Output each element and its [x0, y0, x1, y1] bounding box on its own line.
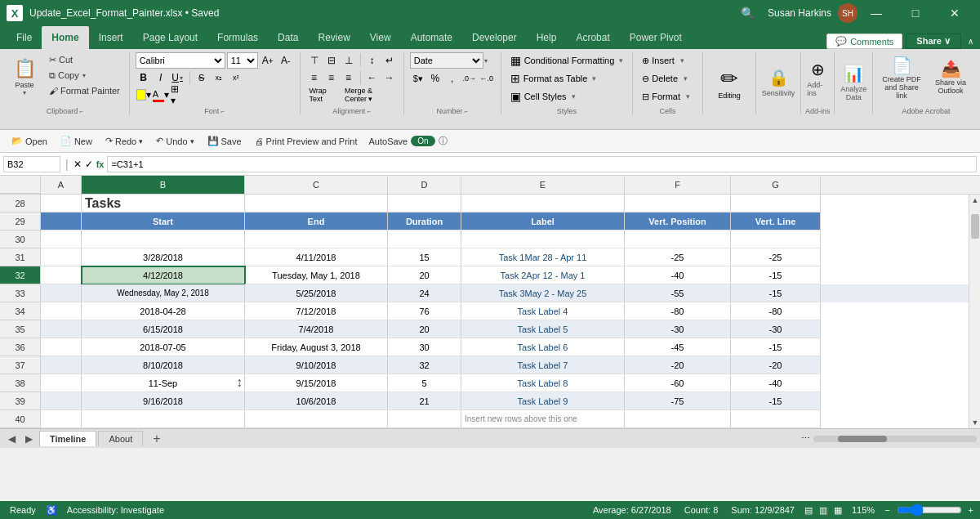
cell-b40[interactable] — [82, 410, 245, 428]
cell-a38[interactable] — [41, 374, 82, 392]
decrease-indent-button[interactable]: ← — [364, 69, 381, 86]
cell-b34[interactable]: 2018-04-28 — [82, 302, 245, 320]
cell-a31[interactable] — [41, 248, 82, 266]
cell-e34[interactable]: Task Label 4 — [461, 302, 625, 320]
cell-a36[interactable] — [41, 338, 82, 356]
col-header-f[interactable]: F — [625, 176, 731, 194]
cell-c38[interactable]: 9/15/2018 — [245, 374, 388, 392]
cell-c35[interactable]: 7/4/2018 — [245, 320, 388, 338]
bold-button[interactable]: B — [136, 69, 152, 86]
cancel-formula-icon[interactable]: ✕ — [74, 159, 82, 170]
align-right-button[interactable]: ≡ — [341, 69, 357, 86]
cell-a32[interactable] — [41, 266, 82, 284]
paste-button[interactable]: 📋 Paste ▾ — [7, 52, 42, 101]
align-middle-button[interactable]: ⊟ — [323, 52, 340, 69]
cell-d30[interactable] — [388, 230, 461, 248]
styles-group-footer[interactable]: Styles — [504, 106, 630, 116]
align-top-button[interactable]: ⊤ — [306, 52, 323, 69]
cell-c33[interactable]: 5/25/2018 — [245, 284, 388, 302]
font-color-button[interactable]: A▾ — [153, 87, 169, 103]
cell-b38[interactable]: 11-Sep ↕ — [82, 374, 245, 392]
cell-a39[interactable] — [41, 392, 82, 410]
cell-d31[interactable]: 15 — [388, 248, 461, 266]
delete-cells-button[interactable]: ⊖ Delete ▾ — [639, 70, 694, 87]
cell-b35[interactable]: 6/15/2018 — [82, 320, 245, 338]
format-painter-button[interactable]: 🖌 Format Painter — [46, 83, 123, 98]
zoom-in-icon[interactable]: + — [969, 505, 973, 515]
new-button[interactable]: 📄 New — [56, 134, 97, 148]
cell-g30[interactable] — [731, 230, 821, 248]
cell-d34[interactable]: 76 — [388, 302, 461, 320]
number-format-arrow[interactable]: ▾ — [483, 57, 488, 65]
indent-button[interactable]: ↵ — [381, 52, 398, 69]
cell-c37[interactable]: 9/10/2018 — [245, 356, 388, 374]
cell-e36[interactable]: Task Label 6 — [461, 338, 625, 356]
decrease-decimal-button[interactable]: ←.0 — [479, 70, 495, 87]
share-button[interactable]: Share ∨ — [906, 34, 961, 49]
italic-button[interactable]: I — [153, 69, 169, 86]
ribbon-collapse-button[interactable]: ∧ — [968, 37, 973, 46]
cell-b30[interactable] — [82, 230, 245, 248]
user-avatar[interactable]: SH — [838, 3, 858, 23]
cell-c30[interactable] — [245, 230, 388, 248]
tab-formulas[interactable]: Formulas — [207, 26, 268, 49]
cell-c28[interactable] — [245, 195, 388, 213]
col-header-e[interactable]: E — [461, 176, 625, 194]
cell-b39[interactable]: 9/16/2018 — [82, 392, 245, 410]
cell-f34[interactable]: -80 — [625, 302, 731, 320]
cell-c34[interactable]: 7/12/2018 — [245, 302, 388, 320]
cell-b32[interactable]: 4/12/2018 — [82, 266, 245, 284]
cell-f35[interactable]: -30 — [625, 320, 731, 338]
cell-e32[interactable]: Task 2Apr 12 - May 1 — [461, 266, 625, 284]
create-pdf-share-link-button[interactable]: 📄 Create PDFand Share link — [879, 52, 924, 103]
cell-a33[interactable] — [41, 284, 82, 302]
cell-e37[interactable]: Task Label 7 — [461, 356, 625, 374]
scroll-menu-icon[interactable]: ⋯ — [801, 433, 810, 444]
row-header-35[interactable]: 35 — [0, 320, 41, 338]
sheet-tab-about[interactable]: About — [98, 431, 143, 446]
vertical-scrollbar[interactable]: ▲ ▼ — [969, 195, 980, 428]
increase-indent-button[interactable]: → — [381, 69, 398, 86]
zoom-slider[interactable] — [897, 503, 962, 517]
copy-button[interactable]: ⧉ Copy ▾ — [46, 68, 123, 83]
cell-e35[interactable]: Task Label 5 — [461, 320, 625, 338]
alignment-group-footer[interactable]: Alignment ⌐ — [303, 106, 401, 116]
cell-g28[interactable] — [731, 195, 821, 213]
cell-e38[interactable]: Task Label 8 — [461, 374, 625, 392]
row-header-38[interactable]: 38 — [0, 374, 41, 392]
cells-group-footer[interactable]: Cells — [635, 106, 700, 116]
open-button[interactable]: 📂 Open — [7, 134, 52, 148]
align-bottom-button[interactable]: ⊥ — [341, 52, 357, 69]
comma-button[interactable]: , — [444, 70, 461, 87]
cell-a40[interactable] — [41, 410, 82, 428]
scroll-track[interactable] — [969, 206, 980, 417]
view-page-layout-icon[interactable]: ▥ — [819, 505, 827, 516]
decrease-font-button[interactable]: A- — [278, 52, 294, 69]
addins-group-footer[interactable]: Add-ins — [804, 106, 831, 116]
cell-e31[interactable]: Task 1Mar 28 - Apr 11 — [461, 248, 625, 266]
row-header-28[interactable]: 28 — [0, 195, 41, 213]
font-size-select[interactable]: 11 — [227, 52, 258, 69]
col-header-g[interactable]: G — [731, 176, 821, 194]
tab-developer[interactable]: Developer — [462, 26, 527, 49]
sheet-nav-right[interactable]: ▶ — [20, 432, 38, 446]
increase-decimal-button[interactable]: .0→ — [461, 70, 478, 87]
formula-input[interactable]: =C31+1 — [107, 156, 977, 172]
cut-button[interactable]: ✂ Cut — [46, 52, 123, 67]
print-preview-button[interactable]: 🖨 Print Preview and Print — [250, 135, 363, 148]
tab-help[interactable]: Help — [527, 26, 567, 49]
conditional-formatting-button[interactable]: ▦ Conditional Formatting ▾ — [507, 52, 627, 69]
cell-d29[interactable]: Duration — [388, 213, 461, 230]
row-header-36[interactable]: 36 — [0, 338, 41, 356]
cell-f38[interactable]: -60 — [625, 374, 731, 392]
scroll-up-button[interactable]: ▲ — [969, 195, 980, 206]
cell-a29[interactable] — [41, 213, 82, 230]
scroll-down-button[interactable]: ▼ — [969, 417, 980, 428]
redo-button[interactable]: ↷ Redo ▾ — [100, 134, 148, 148]
tab-data[interactable]: Data — [268, 26, 308, 49]
tab-file[interactable]: File — [7, 26, 42, 49]
autosave-info-icon[interactable]: ⓘ — [439, 135, 448, 147]
cell-c40[interactable] — [245, 410, 388, 428]
cell-b37[interactable]: 8/10/2018 — [82, 356, 245, 374]
cell-f32[interactable]: -40 — [625, 266, 731, 284]
